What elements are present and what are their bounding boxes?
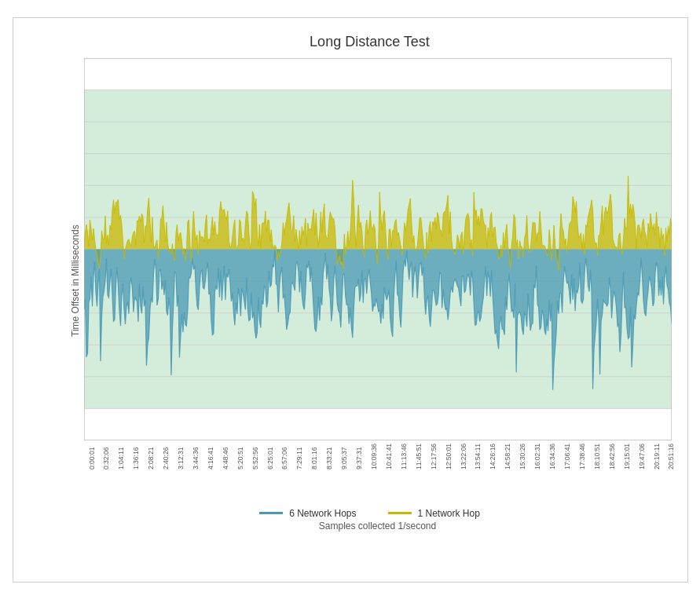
x-label: 6:25:01: [266, 462, 274, 469]
x-label: 18:10:51: [593, 462, 601, 469]
x-axis-title: Samples collected 1/second: [84, 520, 672, 531]
x-label: 9:37:31: [355, 462, 363, 469]
x-label: 2:40:26: [162, 462, 170, 469]
legend-label-2: 1 Network Hop: [418, 508, 480, 519]
x-label: 12:17:56: [430, 462, 438, 469]
legend-item-1: 6 Network Hops: [259, 508, 356, 519]
x-label: 18:42:56: [608, 462, 616, 469]
x-label: 7:29:11: [295, 462, 303, 469]
x-label: 0:00:01: [88, 462, 96, 469]
x-label: 1:04:11: [117, 462, 125, 469]
x-label: 10:41:41: [385, 462, 393, 469]
x-label: 8:01:16: [310, 462, 318, 469]
x-label: 2:08:21: [147, 462, 155, 469]
legend: 6 Network Hops 1 Network Hop: [68, 508, 672, 519]
x-label: 11:45:51: [415, 462, 423, 469]
x-label: 20:19:11: [653, 462, 661, 469]
x-label: 3:44:36: [192, 462, 200, 469]
x-label: 8:33:21: [325, 462, 333, 469]
x-label: 3:12:31: [177, 462, 185, 469]
y-axis-label: Time Offset in Milliseconds: [68, 58, 82, 503]
legend-label-1: 6 Network Hops: [289, 508, 356, 519]
x-label: 15:30:26: [519, 462, 526, 469]
x-label: 14:26:16: [489, 462, 497, 469]
x-label: 4:16:41: [207, 462, 214, 469]
x-label: 20:51:16: [667, 462, 675, 469]
x-label: 12:50:01: [445, 462, 453, 469]
x-axis-area: 0:00:010:32:061:04:111:36:162:08:212:40:…: [84, 440, 672, 503]
legend-item-2: 1 Network Hop: [388, 508, 480, 519]
x-label: 9:05:37: [340, 462, 348, 469]
x-label: 13:22:06: [460, 462, 467, 469]
x-label: 19:15:01: [623, 462, 631, 469]
x-label: 16:34:36: [548, 462, 556, 469]
x-label: 17:38:46: [578, 462, 586, 469]
x-label: 4:48:46: [222, 462, 229, 469]
x-label: 0:32:06: [102, 462, 110, 469]
x-label: 10:09:36: [370, 462, 378, 469]
x-label: 5:52:56: [251, 462, 259, 469]
x-label: 13:54:11: [474, 462, 482, 469]
chart-svg: 1.210.80.60.40.20-0.2-0.4-0.6-0.8-1-1.2: [84, 58, 672, 440]
x-label: 16:02:31: [533, 462, 541, 469]
x-label: 6:57:06: [280, 462, 288, 469]
x-label: 17:06:41: [563, 462, 571, 469]
x-label: 5:20:51: [236, 462, 244, 469]
chart-title: Long Distance Test: [68, 34, 672, 50]
x-label: 19:47:06: [638, 462, 646, 469]
plot-area: 1.210.80.60.40.20-0.2-0.4-0.6-0.8-1-1.2: [84, 58, 672, 440]
x-label: 11:13:46: [400, 462, 408, 469]
x-label: 14:58:21: [504, 462, 511, 469]
legend-line-1: [259, 512, 283, 514]
x-label: 1:36:16: [132, 462, 140, 469]
legend-line-2: [388, 512, 412, 514]
chart-container: Long Distance Test Time Offset in Millis…: [13, 17, 688, 583]
x-axis-labels: 0:00:010:32:061:04:111:36:162:08:212:40:…: [84, 442, 672, 473]
